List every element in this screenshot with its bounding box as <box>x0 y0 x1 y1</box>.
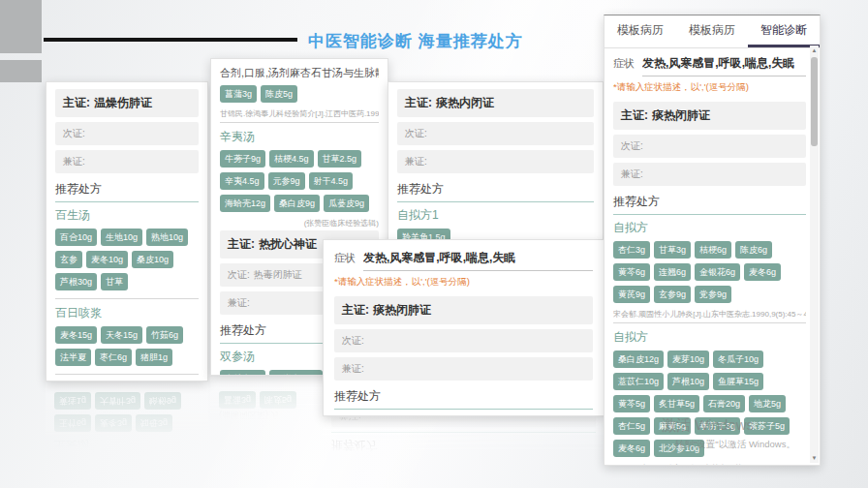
herb-chip: 菖蒲3g <box>219 391 256 409</box>
herb-chip[interactable]: 西洋参4.5g <box>269 370 323 376</box>
scrollbar[interactable]: ▲ ▼ <box>810 46 819 463</box>
citation: (张赞臣临床经验选辑) <box>220 218 379 229</box>
herb-chip[interactable]: 甘草3g <box>654 241 691 259</box>
herb-chip[interactable]: 陈皮6g <box>735 241 772 259</box>
herb-chip[interactable]: 射干4.5g <box>309 172 354 190</box>
herb-chip[interactable]: 桑白皮12g <box>613 351 664 368</box>
herb-chip[interactable]: 杏仁3g <box>613 241 650 259</box>
herb-chip[interactable]: 天冬15g <box>101 326 142 344</box>
tab-smart-diagnosis[interactable]: 智能诊断 <box>748 15 820 47</box>
herb-chip[interactable]: 薏苡仁10g <box>613 373 664 390</box>
extra-cert-row: 兼证: <box>397 150 594 173</box>
extra-cert-label: 兼证: <box>621 168 643 179</box>
herb-chip[interactable]: 麦冬6g <box>613 440 650 457</box>
herb-chip[interactable]: 黄芩6g <box>613 263 650 281</box>
herb-chip[interactable]: 杏仁5g <box>613 417 650 435</box>
herb-chip[interactable]: 桔梗6g <box>695 241 731 259</box>
herb-chip[interactable]: 党参9g <box>695 286 731 303</box>
main-cert-row: 主证:温燥伤肺证 <box>55 89 199 117</box>
herb-chip[interactable]: 麦芽10g <box>667 351 709 368</box>
scroll-up-icon[interactable]: ▲ <box>810 46 819 55</box>
herb-chip[interactable]: 麦冬15g <box>55 326 97 344</box>
herb-chip[interactable]: 葶苈子3g <box>695 417 740 435</box>
herb-chip[interactable]: 吉林参9g <box>220 370 265 376</box>
prescription-note: 合剂,口服,汤剂麻杏石甘汤与生脉散合剂所加药物 <box>220 66 379 80</box>
herb-chip-list: 杏仁3g甘草3g桔梗6g陈皮6g黄芩6g连翘6g金银花6g麦冬6g黄芪9g玄参9… <box>613 241 806 308</box>
herb-chip[interactable]: 连翘6g <box>654 263 691 281</box>
sub-cert-label: 次证: <box>342 335 364 346</box>
sub-cert-label: 次证: <box>228 269 250 280</box>
herb-chip[interactable]: 辛夷4.5g <box>220 172 264 190</box>
scrollbar-thumb[interactable] <box>811 57 818 146</box>
herb-chip[interactable]: 鱼腥草15g <box>713 373 763 390</box>
herb-chip[interactable]: 地龙5g <box>749 395 786 412</box>
herb-chip[interactable]: 生地10g <box>101 229 142 246</box>
herb-chip[interactable]: 玄参 <box>55 251 82 268</box>
prescription-name: 百日咳浆 <box>55 305 199 321</box>
citation: 宋会郁.顽固性小儿肺炎[J].山东中医杂志.1990,9(5):45～46. <box>613 309 806 320</box>
herb-chip[interactable]: 猪胆1g <box>136 349 172 366</box>
extra-cert-label: 兼证: <box>228 297 250 308</box>
herb-chip[interactable]: 黄芪9g <box>613 286 650 303</box>
herb-chip[interactable]: 黄芩5g <box>613 395 650 412</box>
symptom-input[interactable]: 发热,风寒感冒,呼吸,喘息,失眠 <box>642 55 806 76</box>
herb-chip[interactable]: 桔梗4.5g <box>269 150 314 168</box>
symptom-label: 症状 <box>613 56 635 71</box>
sub-cert-value: 热毒闭肺证 <box>254 269 302 280</box>
herb-chip[interactable]: 麦冬6g <box>744 263 781 281</box>
herb-chip[interactable]: 芦根30g <box>55 273 97 290</box>
citation: 张锡元.验案6则[J].吉林中医药.2007,27(5):42-44. <box>613 463 806 466</box>
scroll-down-icon[interactable]: ▼ <box>810 453 819 463</box>
tab-template-record-1[interactable]: 模板病历 <box>604 15 676 47</box>
herb-chip[interactable]: 法半夏 <box>55 349 91 366</box>
main-cert-value: 痰热闭肺证 <box>652 108 710 122</box>
herb-chip[interactable]: 瓜蒌皮9g <box>324 195 369 212</box>
herb-chip[interactable]: 元参9g <box>268 172 305 190</box>
main-cert-value: 热扰心神证 <box>259 237 317 251</box>
diagnosis-panel-c: 主证:痰热内闭证 次证: 兼证: 推荐处方 自拟方1 羚羊角1.5g 晋德兴.肺… <box>388 81 604 246</box>
herb-chip[interactable]: 甘草2.5g <box>318 150 362 168</box>
main-cert-label: 主证: <box>228 237 255 251</box>
symptom-row: 症状 发热,风寒感冒,呼吸,喘息,失眠 <box>334 250 593 271</box>
herb-chip[interactable]: 石膏20g <box>703 395 745 412</box>
herb-chip[interactable]: 陈皮5g <box>261 85 297 103</box>
herb-chip[interactable]: 芦根10g <box>667 373 709 390</box>
sub-cert-label: 次证: <box>63 128 85 138</box>
main-cert-label: 主证: <box>405 96 432 109</box>
symptom-hint: *请输入症状描述，以','(逗号分隔) <box>334 276 593 289</box>
herb-chip[interactable]: 北沙参10g <box>654 440 704 457</box>
herb-chip[interactable]: 桑皮10g <box>132 251 173 268</box>
herb-chip[interactable]: 百合10g <box>55 229 97 246</box>
herb-chip[interactable]: 桑白皮9g <box>274 195 320 212</box>
herb-chip[interactable]: 玄参9g <box>654 286 691 303</box>
reflection-text: 兼证: <box>339 417 361 421</box>
herb-chip[interactable]: 牛蒡子9g <box>220 150 265 168</box>
herb-chip[interactable]: 冬瓜子10g <box>713 351 763 368</box>
diagnosis-panel-center: 症状 发热,风寒感冒,呼吸,喘息,失眠 *请输入症状描述，以','(逗号分隔) … <box>323 239 604 416</box>
herb-chip[interactable]: 紫苏子5g <box>744 417 790 435</box>
section-divider <box>220 122 379 123</box>
herb-chip[interactable]: 枣仁6g <box>95 349 132 366</box>
extra-cert-label: 兼证: <box>63 156 85 167</box>
herb-chip[interactable]: 麻黄5g <box>654 417 691 435</box>
herb-chip[interactable]: 甘草 <box>101 273 128 290</box>
herb-chip[interactable]: 竹茹6g <box>146 326 183 344</box>
tab-template-record-2[interactable]: 模板病历 <box>676 15 748 47</box>
herb-chip[interactable]: 菖蒲3g <box>220 85 257 103</box>
main-cert-value: 痰热内闭证 <box>436 96 494 109</box>
reflection-chips: 玉竹6g麦冬3g知母3g黄连1g大青叶3g蛤粉9g <box>54 387 200 432</box>
main-cert-row: 主证:痰热闭肺证 <box>334 296 593 324</box>
symptom-input[interactable]: 发热,风寒感冒,呼吸,喘息,失眠 <box>363 250 593 271</box>
herb-chip[interactable]: 麦冬10g <box>86 251 128 268</box>
herb-chip[interactable]: 熟地10g <box>146 229 188 246</box>
recommend-label: 推荐处方 <box>613 191 806 215</box>
herb-chip[interactable]: 金银花6g <box>695 263 740 281</box>
herb-chip: 陈皮5g <box>260 391 296 409</box>
prescription-name: 自拟方 <box>613 329 806 346</box>
diagnosis-panel-right: 模板病历 模板病历 智能诊断 症状 发热,风寒感冒,呼吸,喘息,失眠 *请输入症… <box>604 15 821 466</box>
recommend-label: 推荐处方 <box>334 385 593 410</box>
herb-chip[interactable]: 炙甘草5g <box>654 395 699 412</box>
main-cert-row: 主证:痰热内闭证 <box>397 89 594 117</box>
herb-chip[interactable]: 海蛤壳12g <box>220 195 270 212</box>
herb-chip-list: 百合10g生地10g熟地10g玄参麦冬10g桑皮10g芦根30g甘草 <box>55 229 199 295</box>
